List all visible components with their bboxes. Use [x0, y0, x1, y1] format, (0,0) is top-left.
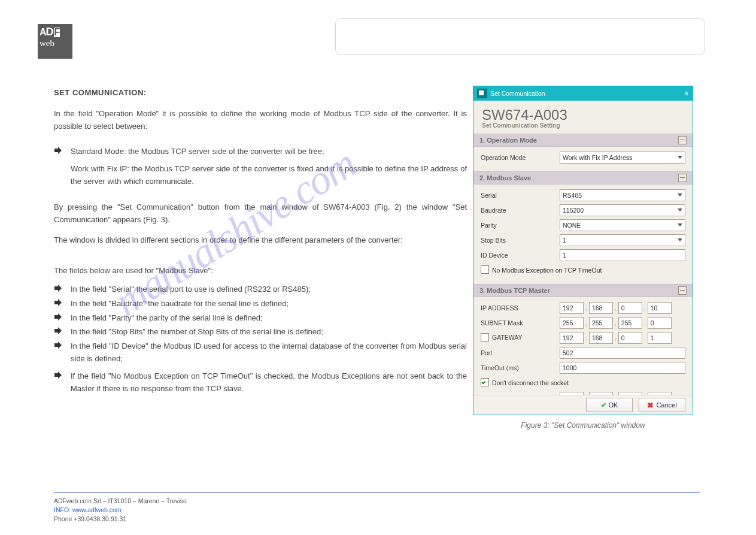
port-label: Port	[481, 349, 560, 356]
port-input[interactable]: 502	[560, 347, 685, 359]
dialog-footer: ✔OK ✖Cancel	[473, 395, 693, 415]
chevron-down-icon	[678, 208, 682, 211]
gateway-label: GATEWAY	[492, 334, 523, 341]
list-item: Work with Fix IP: the Modbus TCP server …	[54, 163, 467, 188]
chevron-down-icon	[678, 238, 682, 241]
list-item: In the field "Baudrate" the baudrate for…	[54, 298, 467, 310]
close-icon: ✖	[647, 401, 654, 410]
dont-disconnect-label: Don't disconnect the socket	[492, 379, 569, 386]
baudrate-label: Baudrate	[481, 207, 560, 214]
section-bar-modbus-tcp-master[interactable]: 3. Modbus TCP Master	[473, 284, 693, 297]
stopbits-label: Stop Bits	[481, 237, 560, 244]
gateway-checkbox[interactable]	[481, 333, 489, 341]
check-icon: ✔	[601, 401, 606, 409]
no-exception-label: No Modbus Exception on TCP TimeOut	[492, 267, 602, 274]
parity-label: Parity	[481, 222, 560, 229]
dialog-heading: SW674-A003	[482, 107, 684, 123]
section-bar-operation-mode[interactable]: 1. Operation Mode	[473, 134, 693, 147]
chevron-down-icon	[678, 194, 682, 197]
serial-select[interactable]: RS485	[560, 189, 685, 201]
operation-mode-label: Operation Mode	[481, 154, 560, 161]
dialog-subheading: Set Communication Setting	[482, 122, 684, 129]
paragraph: The window is divided in different secti…	[54, 234, 467, 247]
subsection-intro: The fields below are used for "Modbus Sl…	[54, 265, 467, 277]
serial-label: Serial	[481, 192, 560, 199]
bullet-icon	[54, 299, 62, 307]
bullet-icon	[54, 341, 62, 350]
timeout-label: TimeOut (ms)	[481, 364, 560, 371]
page-footer: ADFweb.com Srl – IT31010 – Mareno – Trev…	[54, 492, 700, 524]
list-item: In the field "Parity" the parity of the …	[54, 312, 467, 325]
list-item: Standard Mode: the Modbus TCP server sid…	[54, 146, 467, 158]
set-communication-dialog: Set Communication × SW674-A003 Set Commu…	[473, 86, 693, 415]
bullet-icon	[54, 327, 62, 335]
section-heading: SET COMMUNICATION:	[54, 87, 467, 99]
list-item: In the field "Stop Bits" the number of S…	[54, 326, 467, 338]
operation-mode-select[interactable]: Work with Fix IP Address	[560, 152, 685, 164]
list-item: In the field "Serial" the serial port to…	[54, 283, 467, 296]
document-body: SET COMMUNICATION: In the field "Operati…	[54, 87, 467, 400]
header-box	[335, 18, 705, 55]
parity-select[interactable]: NONE	[560, 219, 685, 231]
section-bar-modbus-slave[interactable]: 2. Modbus Slave	[473, 171, 693, 185]
bullet-icon	[54, 313, 62, 322]
timeout-input[interactable]: 1000	[560, 362, 685, 374]
brand-logo: ADF web	[38, 24, 72, 59]
dont-disconnect-checkbox[interactable]	[481, 378, 489, 386]
list-item: If the field "No Modbus Exception on TCP…	[54, 370, 467, 395]
baudrate-select[interactable]: 115200	[560, 204, 685, 216]
cancel-button[interactable]: ✖Cancel	[639, 398, 685, 412]
figure-caption: Figure 3: "Set Communication" window	[473, 421, 693, 430]
bullet-icon	[54, 164, 62, 173]
footer-link-info[interactable]: INFO: www.adfweb.com	[54, 506, 122, 513]
stopbits-select[interactable]: 1	[560, 234, 685, 246]
dialog-titlebar[interactable]: Set Communication ×	[473, 86, 693, 101]
no-exception-checkbox[interactable]	[481, 265, 489, 274]
close-icon[interactable]: ×	[684, 89, 689, 98]
bullet-icon	[54, 147, 62, 155]
collapse-icon[interactable]	[678, 136, 687, 144]
intro-paragraph: In the field "Operation Mode" it is poss…	[54, 108, 467, 133]
collapse-icon[interactable]	[678, 174, 687, 182]
paragraph: By pressing the "Set Communication" butt…	[54, 201, 467, 226]
bullet-icon	[54, 285, 62, 293]
gateway-input[interactable]: 192. 168. 0. 1	[560, 332, 685, 344]
iddevice-label: ID Device	[481, 252, 560, 259]
dialog-title: Set Communication	[490, 90, 545, 97]
subnet-label: SUBNET Mask	[481, 319, 560, 327]
bullet-icon	[54, 371, 62, 380]
collapse-icon[interactable]	[678, 286, 687, 295]
chevron-down-icon	[678, 223, 682, 226]
ip-address-input[interactable]: 192. 168. 0. 10	[560, 302, 685, 314]
chevron-down-icon	[678, 156, 682, 159]
dialog-header: SW674-A003 Set Communication Setting	[473, 101, 693, 134]
app-icon	[477, 89, 487, 98]
subnet-input[interactable]: 255. 255. 255. 0	[560, 317, 685, 329]
ok-button[interactable]: ✔OK	[586, 398, 633, 412]
list-item: In the field "ID Device" the Modbus ID u…	[54, 340, 467, 365]
iddevice-input[interactable]: 1	[560, 249, 685, 261]
ip-label: IP ADDRESS	[481, 304, 560, 312]
